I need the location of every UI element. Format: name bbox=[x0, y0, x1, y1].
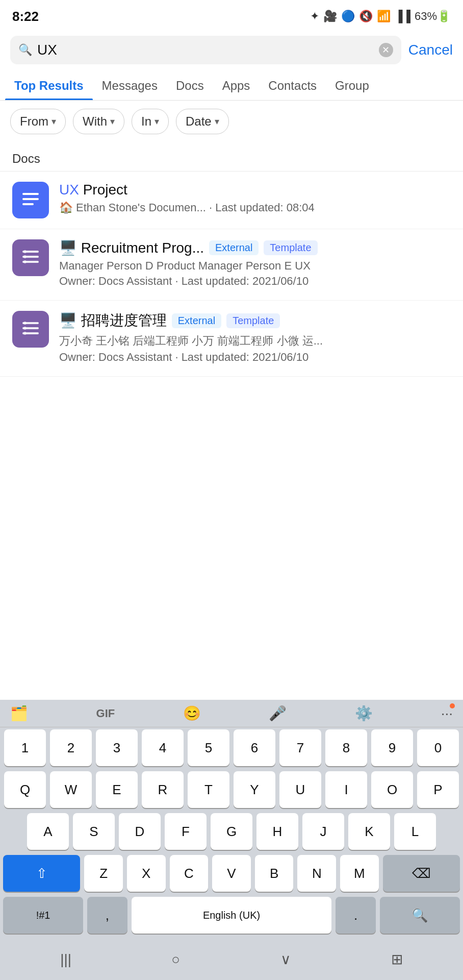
key-u[interactable]: U bbox=[279, 771, 321, 808]
nav-home-icon[interactable]: ○ bbox=[156, 946, 195, 973]
filter-date[interactable]: Date ▾ bbox=[176, 109, 229, 134]
tab-groups[interactable]: Group bbox=[326, 69, 378, 100]
key-4[interactable]: 4 bbox=[142, 729, 184, 766]
search-bar-row: 🔍 UX ✕ Cancel bbox=[0, 31, 463, 69]
key-5[interactable]: 5 bbox=[188, 729, 229, 766]
tab-docs[interactable]: Docs bbox=[167, 69, 213, 100]
doc-item-recruitment-cn[interactable]: 🖥️ 招聘进度管理 External Template 万小奇 王小铭 后端工程… bbox=[0, 301, 463, 377]
doc-meta-cn: 万小奇 王小铭 后端工程师 小万 前端工程师 小微 运... bbox=[59, 333, 451, 349]
settings-icon[interactable]: ⚙️ bbox=[355, 705, 373, 722]
key-v[interactable]: V bbox=[212, 855, 251, 892]
tabs-row: Top Results Messages Docs Apps Contacts … bbox=[0, 69, 463, 101]
gif-icon[interactable]: GIF bbox=[96, 707, 115, 720]
filter-in[interactable]: In ▾ bbox=[132, 109, 169, 134]
doc-details-recruitment: 🖥️ Recruitment Prog... External Template… bbox=[59, 239, 451, 290]
key-a[interactable]: A bbox=[27, 813, 69, 850]
doc-details-ux-project: UX Project 🏠 Ethan Stone's Documen... · … bbox=[59, 182, 451, 216]
status-bar: 8:22 ✦ 🎥 🔵 🔇 📶 ▐▐ 63%🔋 bbox=[0, 0, 463, 31]
nav-back-icon[interactable]: ∨ bbox=[265, 946, 306, 973]
key-q[interactable]: Q bbox=[4, 771, 46, 808]
doc-icon-purple bbox=[12, 239, 49, 276]
key-z[interactable]: Z bbox=[84, 855, 123, 892]
key-b[interactable]: B bbox=[255, 855, 294, 892]
key-3[interactable]: 3 bbox=[96, 729, 138, 766]
svg-point-6 bbox=[23, 250, 27, 253]
doc-meta-owner-cn: Owner: Docs Assistant · Last updated: 20… bbox=[59, 351, 451, 364]
key-n[interactable]: N bbox=[297, 855, 336, 892]
camera-icon: 🎥 bbox=[323, 10, 337, 23]
key-p[interactable]: P bbox=[417, 771, 459, 808]
bottom-nav: ||| ○ ∨ ⊞ bbox=[0, 939, 463, 980]
key-s[interactable]: S bbox=[73, 813, 115, 850]
tab-messages[interactable]: Messages bbox=[93, 69, 167, 100]
badge-external-2: External bbox=[172, 313, 221, 328]
kb-number-row: 1 2 3 4 5 6 7 8 9 0 bbox=[3, 729, 460, 766]
key-period[interactable]: . bbox=[336, 897, 376, 934]
badge-external: External bbox=[209, 240, 259, 255]
doc-item-recruitment[interactable]: 🖥️ Recruitment Prog... External Template… bbox=[0, 229, 463, 301]
filter-from[interactable]: From ▾ bbox=[10, 109, 66, 134]
key-j[interactable]: J bbox=[302, 813, 344, 850]
key-9[interactable]: 9 bbox=[371, 729, 413, 766]
key-f[interactable]: F bbox=[165, 813, 207, 850]
more-icon[interactable]: ··· bbox=[441, 705, 453, 722]
doc-details-recruitment-cn: 🖥️ 招聘进度管理 External Template 万小奇 王小铭 后端工程… bbox=[59, 311, 451, 366]
key-7[interactable]: 7 bbox=[279, 729, 321, 766]
battery-text: 63%🔋 bbox=[415, 10, 451, 23]
key-symbol[interactable]: !#1 bbox=[3, 897, 83, 934]
key-shift[interactable]: ⇧ bbox=[3, 855, 80, 892]
key-8[interactable]: 8 bbox=[325, 729, 367, 766]
key-1[interactable]: 1 bbox=[4, 729, 46, 766]
cancel-button[interactable]: Cancel bbox=[408, 40, 453, 60]
keyboard-toolbar: 🗂️ GIF 😊 🎤 ⚙️ ··· bbox=[0, 700, 463, 727]
doc-meta-owner: Owner: Docs Assistant · Last updated: 20… bbox=[59, 275, 451, 288]
chevron-down-icon: ▾ bbox=[215, 116, 219, 127]
filter-with[interactable]: With ▾ bbox=[73, 109, 124, 134]
search-input[interactable]: UX bbox=[37, 42, 374, 58]
keyboard-area: 🗂️ GIF 😊 🎤 ⚙️ ··· 1 2 3 4 5 6 7 8 9 0 Q … bbox=[0, 700, 463, 980]
key-t[interactable]: T bbox=[188, 771, 229, 808]
svg-point-14 bbox=[23, 332, 27, 335]
mic-icon[interactable]: 🎤 bbox=[269, 705, 287, 722]
chevron-down-icon: ▾ bbox=[52, 116, 56, 127]
key-o[interactable]: O bbox=[371, 771, 413, 808]
kb-qwerty-row: Q W E R T Y U I O P bbox=[3, 771, 460, 808]
svg-rect-2 bbox=[22, 203, 34, 205]
clear-icon[interactable]: ✕ bbox=[379, 43, 393, 57]
key-i[interactable]: I bbox=[325, 771, 367, 808]
key-comma[interactable]: , bbox=[87, 897, 127, 934]
search-input-container[interactable]: 🔍 UX ✕ bbox=[10, 36, 401, 64]
key-m[interactable]: M bbox=[340, 855, 379, 892]
emoji-icon[interactable]: 😊 bbox=[183, 705, 201, 722]
key-r[interactable]: R bbox=[142, 771, 184, 808]
key-search[interactable]: 🔍 bbox=[380, 897, 460, 934]
key-e[interactable]: E bbox=[96, 771, 138, 808]
status-time: 8:22 bbox=[12, 9, 39, 24]
key-backspace[interactable]: ⌫ bbox=[383, 855, 460, 892]
key-0[interactable]: 0 bbox=[417, 729, 459, 766]
mute-icon: 🔇 bbox=[359, 10, 373, 23]
tab-apps[interactable]: Apps bbox=[213, 69, 260, 100]
key-space[interactable]: English (UK) bbox=[132, 897, 332, 934]
key-l[interactable]: L bbox=[394, 813, 436, 850]
results-container: Docs UX Project 🏠 Ethan Stone's Documen.… bbox=[0, 142, 463, 377]
badge-template-2: Template bbox=[226, 313, 280, 328]
key-y[interactable]: Y bbox=[234, 771, 275, 808]
key-2[interactable]: 2 bbox=[50, 729, 92, 766]
key-w[interactable]: W bbox=[50, 771, 92, 808]
key-k[interactable]: K bbox=[348, 813, 390, 850]
nav-recents-icon[interactable]: ||| bbox=[45, 946, 87, 973]
doc-title-cn: 🖥️ 招聘进度管理 bbox=[59, 311, 167, 330]
tab-contacts[interactable]: Contacts bbox=[259, 69, 326, 100]
sticker-icon[interactable]: 🗂️ bbox=[10, 705, 28, 722]
nav-apps-icon[interactable]: ⊞ bbox=[376, 946, 418, 973]
key-6[interactable]: 6 bbox=[234, 729, 275, 766]
key-d[interactable]: D bbox=[119, 813, 161, 850]
tab-top-results[interactable]: Top Results bbox=[5, 69, 93, 100]
key-g[interactable]: G bbox=[211, 813, 252, 850]
key-x[interactable]: X bbox=[127, 855, 166, 892]
key-h[interactable]: H bbox=[256, 813, 298, 850]
doc-title: UX Project bbox=[59, 182, 127, 198]
key-c[interactable]: C bbox=[170, 855, 209, 892]
doc-item-ux-project[interactable]: UX Project 🏠 Ethan Stone's Documen... · … bbox=[0, 172, 463, 229]
